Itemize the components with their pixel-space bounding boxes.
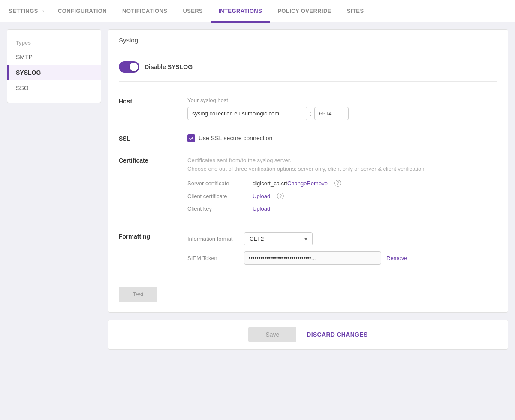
server-cert-change[interactable]: Change <box>287 180 307 187</box>
certificate-content: Certificates sent from/to the syslog ser… <box>187 156 497 218</box>
cert-desc-line2: Choose one out of three verification opt… <box>187 166 425 172</box>
siem-token-row: SIEM Token Remove <box>187 251 497 265</box>
client-key-upload[interactable]: Upload <box>253 205 270 212</box>
card-body: Disable SYSLOG Host Your syslog host : <box>108 51 508 312</box>
nav-tab-policy_override[interactable]: POLICY OVERRIDE <box>270 0 339 23</box>
syslog-card: Syslog Disable SYSLOG Host Your syslog h… <box>108 29 508 313</box>
host-row: Host Your syslog host : <box>119 90 497 127</box>
cert-description: Certificates sent from/to the syslog ser… <box>187 156 497 173</box>
siem-token-label: SIEM Token <box>187 255 239 261</box>
sidebar-item-sso[interactable]: SSO <box>7 80 101 96</box>
settings-label[interactable]: SETTINGS <box>9 8 38 14</box>
client-cert-upload[interactable]: Upload <box>253 193 270 199</box>
host-label: Host <box>119 97 179 105</box>
content-area: Syslog Disable SYSLOG Host Your syslog h… <box>108 29 508 413</box>
discard-button[interactable]: DISCARD CHANGES <box>307 331 367 338</box>
nav-tab-notifications[interactable]: NOTIFICATIONS <box>114 0 175 23</box>
formatting-row: Formatting Information format CEF2 CEF1 … <box>119 225 497 278</box>
client-cert-row: Client certificate Upload ? <box>187 193 497 199</box>
siem-token-input[interactable] <box>244 251 381 265</box>
ssl-checkbox-label: Use SSL secure connection <box>199 135 272 142</box>
ssl-checkbox-row: Use SSL secure connection <box>187 134 497 142</box>
nav-tabs: CONFIGURATIONNOTIFICATIONSUSERSINTEGRATI… <box>50 0 371 22</box>
formatting-content: Information format CEF2 CEF1 LEEF RFC542… <box>187 232 497 271</box>
ssl-content: Use SSL secure connection <box>187 134 497 142</box>
nav-tab-integrations[interactable]: INTEGRATIONS <box>211 0 270 23</box>
server-cert-help-icon[interactable]: ? <box>334 180 341 187</box>
nav-tab-sites[interactable]: SITES <box>339 0 372 23</box>
divider-1 <box>119 81 497 82</box>
bottom-bar: Save DISCARD CHANGES <box>108 320 508 350</box>
ssl-checkbox[interactable] <box>187 134 195 142</box>
host-content: Your syslog host : <box>187 97 497 120</box>
server-cert-value: digicert_ca.crtChangeRemove <box>253 180 328 187</box>
sidebar-item-smtp[interactable]: SMTP <box>7 49 101 65</box>
port-input[interactable] <box>314 107 349 120</box>
client-cert-help-icon[interactable]: ? <box>277 193 284 199</box>
sidebar: Types SMTPSYSLOGSSO <box>7 29 101 103</box>
top-nav: SETTINGS › CONFIGURATIONNOTIFICATIONSUSE… <box>0 0 515 22</box>
format-sub-label: Information format <box>187 236 239 242</box>
nav-tab-configuration[interactable]: CONFIGURATION <box>50 0 114 23</box>
cert-desc-line1: Certificates sent from/to the syslog ser… <box>187 157 291 163</box>
client-key-row: Client key Upload <box>187 205 497 212</box>
format-select-wrapper: CEF2 CEF1 LEEF RFC5424 ▼ <box>244 232 313 245</box>
client-cert-label: Client certificate <box>187 193 247 199</box>
test-button[interactable]: Test <box>119 287 157 302</box>
ssl-label: SSL <box>119 134 179 142</box>
toggle-label: Disable SYSLOG <box>145 63 193 70</box>
colon-separator: : <box>310 110 312 118</box>
server-cert-label: Server certificate <box>187 180 247 187</box>
ssl-row: SSL Use SSL secure connection <box>119 127 497 149</box>
sidebar-section-title: Types <box>7 36 101 49</box>
card-title: Syslog <box>108 30 508 51</box>
certificate-label: Certificate <box>119 156 179 164</box>
info-format-row: Information format CEF2 CEF1 LEEF RFC542… <box>187 232 497 245</box>
main-layout: Types SMTPSYSLOGSSO Syslog Disable SYSLO… <box>0 22 515 420</box>
nav-tab-users[interactable]: USERS <box>175 0 211 23</box>
breadcrumb-chevron: › <box>42 8 44 14</box>
host-input[interactable] <box>187 107 307 120</box>
format-select[interactable]: CEF2 CEF1 LEEF RFC5424 <box>244 232 313 245</box>
formatting-label: Formatting <box>119 232 179 240</box>
save-button[interactable]: Save <box>248 327 296 342</box>
sidebar-item-syslog[interactable]: SYSLOG <box>7 65 101 80</box>
host-sub-label: Your syslog host <box>187 97 497 103</box>
remove-token-link[interactable]: Remove <box>386 255 407 261</box>
syslog-toggle[interactable] <box>119 61 139 73</box>
host-inputs: : <box>187 107 497 120</box>
server-cert-row: Server certificate digicert_ca.crtChange… <box>187 180 497 187</box>
certificate-row: Certificate Certificates sent from/to th… <box>119 149 497 225</box>
toggle-row: Disable SYSLOG <box>119 61 497 73</box>
client-key-label: Client key <box>187 205 247 212</box>
server-cert-remove[interactable]: Remove <box>307 180 327 187</box>
toggle-thumb <box>130 63 138 71</box>
